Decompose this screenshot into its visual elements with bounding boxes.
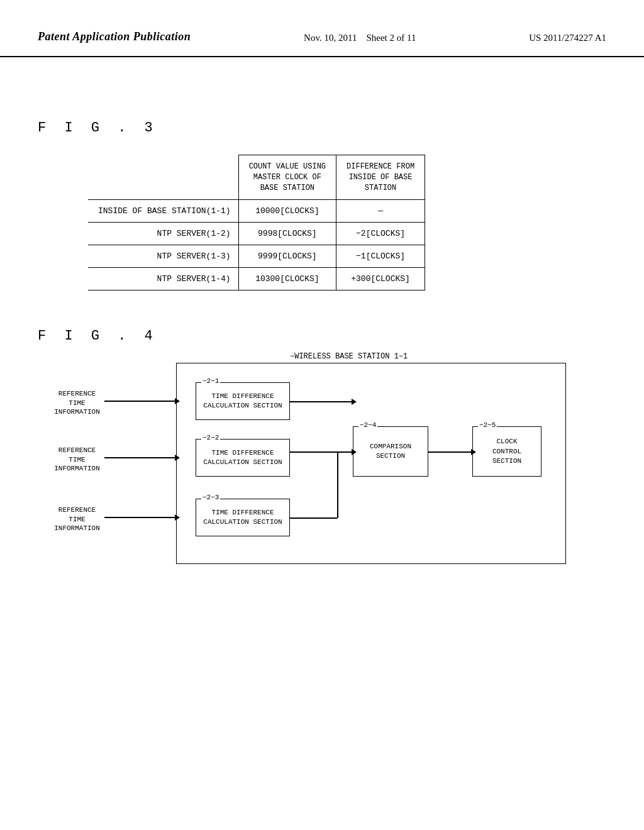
fig3-section: F I G . 3 COUNT VALUE USINGMASTER CLOCK … — [38, 120, 606, 290]
tdc2-num: −2−2 — [201, 433, 220, 443]
col-header-2: DIFFERENCE FROMINSIDE OF BASESTATION — [336, 155, 425, 200]
arrow-tdc3-vert — [337, 451, 338, 518]
table-row: NTP SERVER(1-4) 10300[CLOCKS] +300[CLOCK… — [88, 268, 425, 290]
ref-time-label-1: REFERENCE TIMEINFORMATION — [50, 389, 104, 416]
arrow-comp-clock — [428, 451, 472, 453]
outer-box-wireless-station: −WIRELESS BASE STATION 1−1 −2−1 TIME DIF… — [176, 363, 566, 564]
cell-2-2: −2[CLOCKS] — [336, 223, 425, 245]
page-header: Patent Application Publication Nov. 10, … — [0, 0, 644, 57]
arrow-tdc1-comp — [290, 401, 353, 402]
patent-number: US 2011/274227 A1 — [529, 30, 606, 43]
arrow-ref1-tdc1 — [104, 401, 176, 402]
clock-label: CLOCKCONTROLSECTION — [492, 437, 521, 466]
cell-1-2: — — [336, 200, 425, 223]
tdc3-label: TIME DIFFERENCECALCULATION SECTION — [203, 508, 282, 528]
fig4-label: F I G . 4 — [38, 328, 606, 344]
ref-time-label-2: REFERENCE TIMEINFORMATION — [50, 446, 104, 473]
fig4-section: F I G . 4 REFERENCE TIMEINFORMATION REFE… — [38, 328, 606, 577]
tdc-box-3: −2−3 TIME DIFFERENCECALCULATION SECTION — [196, 499, 290, 536]
clock-num: −2−5 — [478, 421, 497, 430]
publication-date: Nov. 10, 2011 — [304, 33, 357, 43]
page-content: F I G . 3 COUNT VALUE USINGMASTER CLOCK … — [0, 57, 644, 602]
arrow-tdc3-h — [290, 517, 337, 519]
cell-1-1: 10000[CLOCKS] — [238, 200, 336, 223]
row-label-1: INSIDE OF BASE STATION(1-1) — [88, 200, 238, 223]
cell-3-1: 9999[CLOCKS] — [238, 245, 336, 268]
sheet-info: Sheet 2 of 11 — [366, 33, 416, 43]
tdc2-label: TIME DIFFERENCECALCULATION SECTION — [203, 448, 282, 468]
tdc-box-2: −2−2 TIME DIFFERENCECALCULATION SECTION — [196, 439, 290, 477]
tdc1-label: TIME DIFFERENCECALCULATION SECTION — [203, 392, 282, 411]
date-sheet: Nov. 10, 2011 Sheet 2 of 11 — [304, 30, 416, 43]
publication-title: Patent Application Publication — [38, 30, 191, 43]
row-label-2: NTP SERVER(1-2) — [88, 223, 238, 245]
ref-time-label-3: REFERENCE TIMEINFORMATION — [50, 506, 104, 533]
row-label-4: NTP SERVER(1-4) — [88, 268, 238, 290]
comp-label: COMPARISONSECTION — [370, 442, 411, 462]
tdc3-num: −2−3 — [201, 493, 220, 502]
table-row: NTP SERVER(1-3) 9999[CLOCKS] −1[CLOCKS] — [88, 245, 425, 268]
row-label-3: NTP SERVER(1-3) — [88, 245, 238, 268]
cell-4-1: 10300[CLOCKS] — [238, 268, 336, 290]
fig3-label: F I G . 3 — [38, 120, 606, 136]
table-row: NTP SERVER(1-2) 9998[CLOCKS] −2[CLOCKS] — [88, 223, 425, 245]
cell-3-2: −1[CLOCKS] — [336, 245, 425, 268]
cell-2-1: 9998[CLOCKS] — [238, 223, 336, 245]
arrow-tdc2-comp — [290, 451, 353, 453]
tdc1-num: −2−1 — [201, 377, 220, 386]
arrow-ref2-tdc2 — [104, 457, 176, 458]
clock-control-box: −2−5 CLOCKCONTROLSECTION — [472, 426, 541, 477]
outer-box-label: −WIRELESS BASE STATION 1−1 — [290, 352, 408, 361]
comp-num: −2−4 — [358, 421, 377, 430]
fig3-table: COUNT VALUE USINGMASTER CLOCK OFBASE STA… — [88, 155, 425, 290]
table-row: INSIDE OF BASE STATION(1-1) 10000[CLOCKS… — [88, 200, 425, 223]
block-diagram: REFERENCE TIMEINFORMATION REFERENCE TIME… — [50, 363, 591, 577]
arrow-ref3-tdc3 — [104, 517, 176, 518]
comparison-box: −2−4 COMPARISONSECTION — [353, 426, 428, 477]
tdc-box-1: −2−1 TIME DIFFERENCECALCULATION SECTION — [196, 382, 290, 420]
col-header-1: COUNT VALUE USINGMASTER CLOCK OFBASE STA… — [238, 155, 336, 200]
cell-4-2: +300[CLOCKS] — [336, 268, 425, 290]
